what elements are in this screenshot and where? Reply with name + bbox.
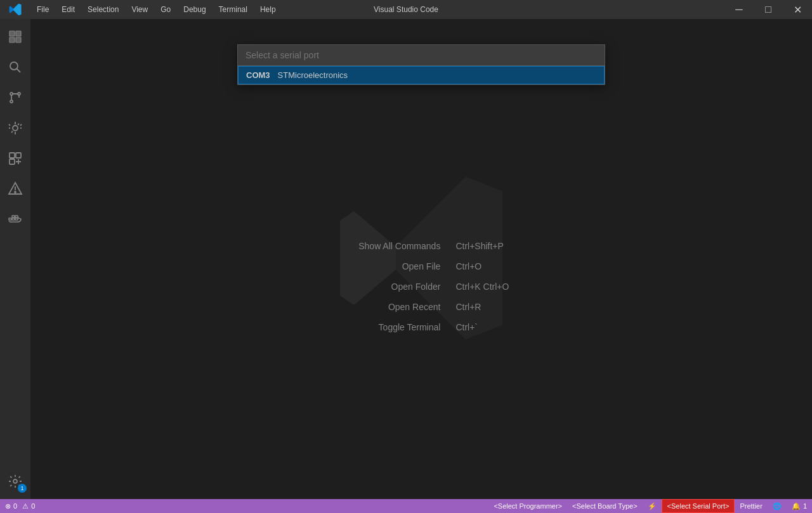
svg-rect-24 — [15, 218, 18, 220]
prettier-label: Prettier — [740, 502, 762, 510]
main-area: 1 COM3 STMicroelectronics Show — [0, 19, 812, 499]
shortcut-key-4: Ctrl+R — [455, 302, 544, 312]
shortcut-row-5: Toggle Terminal Ctrl+` — [339, 322, 544, 332]
port-description: STMicroelectronics — [278, 70, 348, 80]
svg-point-21 — [15, 192, 16, 193]
select-board-label: <Select Board Type> — [572, 502, 638, 510]
upload-arrow-icon: ⚡ — [648, 502, 657, 510]
status-upload-icon[interactable]: ⚡ — [643, 499, 662, 513]
quickpick-item[interactable]: COM3 STMicroelectronics — [238, 66, 605, 84]
menu-terminal[interactable]: Terminal — [213, 0, 254, 19]
status-select-serial-port[interactable]: <Select Serial Port> — [662, 499, 735, 513]
svg-rect-16 — [10, 153, 15, 158]
svg-rect-17 — [16, 153, 21, 158]
svg-point-7 — [10, 100, 13, 103]
activity-bar: 1 — [0, 19, 30, 499]
status-errors-warnings[interactable]: ⊗ 0 ⚠ 0 — [0, 499, 40, 513]
shortcut-row-3: Open Folder Ctrl+K Ctrl+O — [339, 282, 544, 292]
menu-file[interactable]: File — [30, 0, 55, 19]
close-button[interactable]: ✕ — [783, 0, 812, 19]
port-name: COM3 — [246, 70, 270, 80]
shortcut-key-2: Ctrl+O — [455, 261, 544, 271]
svg-rect-25 — [12, 216, 15, 218]
select-serial-port-label: <Select Serial Port> — [667, 502, 730, 510]
settings-badge: 1 — [18, 484, 27, 493]
svg-rect-22 — [9, 218, 11, 220]
sidebar-item-settings[interactable]: 1 — [0, 466, 30, 497]
status-select-programmer[interactable]: <Select Programmer> — [488, 499, 567, 513]
svg-rect-18 — [10, 159, 15, 164]
warning-count: 0 — [31, 502, 35, 510]
notification-count: 1 — [803, 502, 807, 510]
status-prettier[interactable]: Prettier — [735, 499, 767, 513]
svg-point-9 — [13, 126, 18, 131]
status-notifications[interactable]: 🔔 1 — [787, 499, 812, 513]
sidebar-item-cmake[interactable] — [0, 174, 30, 204]
menu-help[interactable]: Help — [254, 0, 282, 19]
select-programmer-label: <Select Programmer> — [494, 502, 562, 510]
svg-point-4 — [10, 62, 18, 70]
sidebar-item-docker[interactable] — [0, 204, 30, 235]
shortcut-key-5: Ctrl+` — [455, 322, 544, 332]
maximize-button[interactable]: □ — [754, 0, 783, 19]
menu-view[interactable]: View — [125, 0, 154, 19]
shortcut-row-4: Open Recent Ctrl+R — [339, 302, 544, 312]
error-icon: ⊗ — [5, 502, 11, 510]
menu-selection[interactable]: Selection — [81, 0, 125, 19]
globe-icon: 🌐 — [773, 502, 782, 510]
sidebar-item-extensions[interactable] — [0, 143, 30, 174]
menu-debug[interactable]: Debug — [177, 0, 212, 19]
minimize-button[interactable]: ─ — [724, 0, 754, 19]
shortcut-label-2: Open File — [339, 261, 440, 271]
shortcut-label-1: Show All Commands — [339, 241, 440, 251]
warning-icon: ⚠ — [22, 502, 29, 510]
editor-area: COM3 STMicroelectronics Show All Command… — [30, 19, 812, 499]
shortcuts-panel: Show All Commands Ctrl+Shift+P Open File… — [339, 241, 544, 332]
svg-rect-23 — [12, 218, 15, 220]
window-controls: ─ □ ✕ — [724, 0, 812, 19]
titlebar: File Edit Selection View Go Debug Termin… — [0, 0, 812, 19]
shortcut-label-4: Open Recent — [339, 302, 440, 312]
svg-line-13 — [20, 124, 22, 126]
shortcut-row-2: Open File Ctrl+O — [339, 261, 544, 271]
sidebar-item-debug[interactable] — [0, 113, 30, 143]
quickpick-list: COM3 STMicroelectronics — [238, 66, 605, 84]
menu-go[interactable]: Go — [154, 0, 177, 19]
quickpick-panel: COM3 STMicroelectronics — [237, 44, 605, 85]
svg-rect-26 — [15, 216, 18, 218]
window-title: Visual Studio Code — [374, 5, 438, 14]
status-bar-right: <Select Programmer> <Select Board Type> … — [488, 499, 812, 513]
app-logo — [0, 0, 30, 19]
svg-line-5 — [17, 69, 21, 73]
sidebar-item-explorer[interactable] — [0, 22, 30, 52]
status-select-board[interactable]: <Select Board Type> — [567, 499, 643, 513]
svg-point-27 — [13, 479, 17, 483]
shortcut-key-3: Ctrl+K Ctrl+O — [455, 282, 544, 292]
status-bar-left: ⊗ 0 ⚠ 0 — [0, 499, 40, 513]
sidebar-item-search[interactable] — [0, 52, 30, 82]
svg-point-6 — [10, 93, 13, 95]
menu-bar: File Edit Selection View Go Debug Termin… — [30, 0, 282, 19]
shortcut-label-5: Toggle Terminal — [339, 322, 440, 332]
shortcut-label-3: Open Folder — [339, 282, 440, 292]
status-bar: ⊗ 0 ⚠ 0 <Select Programmer> <Select Boar… — [0, 499, 812, 513]
shortcut-row-1: Show All Commands Ctrl+Shift+P — [339, 241, 544, 251]
serial-port-input[interactable] — [238, 45, 605, 66]
status-language-icon[interactable]: 🌐 — [768, 499, 787, 513]
error-count: 0 — [13, 502, 17, 510]
sidebar-item-scm[interactable] — [0, 82, 30, 113]
menu-edit[interactable]: Edit — [55, 0, 81, 19]
notification-bell-icon: 🔔 — [792, 502, 801, 510]
svg-line-12 — [9, 124, 10, 126]
shortcut-key-1: Ctrl+Shift+P — [455, 241, 544, 251]
